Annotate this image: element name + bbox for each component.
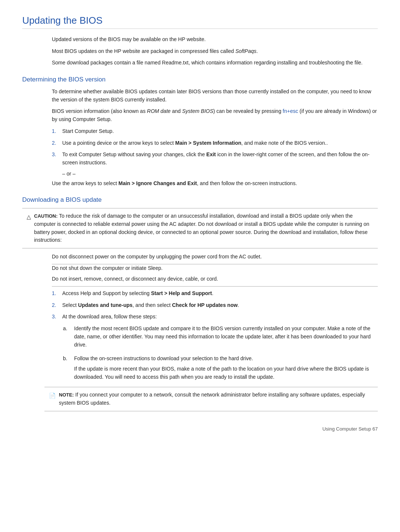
caution-body: To reduce the risk of damage to the comp… [34,213,369,243]
step2-number: 2. [52,139,62,147]
sub-step-b-letter: b. [63,355,74,383]
section2: Downloading a BIOS update △ CAUTION: To … [22,196,378,411]
sub-step-a: a. Identify the most recent BIOS update … [63,325,378,351]
sub-step-a-text: Identify the most recent BIOS update and… [74,325,378,351]
intro-p2-plain: Most BIOS updates on the HP website are … [52,48,235,54]
sub-step-b-text: Follow the on-screen instructions to dow… [74,355,378,383]
s2-step2-number: 2. [52,301,62,310]
note-document-icon: 📄 [49,391,56,400]
s1-p2-italic1: ROM date [147,108,171,114]
s1-p2-italic2: System BIOS [182,108,213,114]
intro-p2: Most BIOS updates on the HP website are … [52,47,378,56]
sub-step-a-letter: a. [63,325,74,351]
caution-label: CAUTION: [34,213,58,219]
do-not-2: Do not shut down the computer or initiat… [52,264,378,275]
section1-step-2: 2. Use a pointing device or the arrow ke… [52,139,378,147]
step1-text: Start Computer Setup. [62,127,114,135]
do-not-list: Do not disconnect power on the computer … [52,253,378,287]
s1-p2-mid: and [171,108,182,114]
step3-bold: Exit [206,151,216,157]
s1-p2: BIOS version information (also known as … [52,107,378,123]
step3-number: 3. [52,151,62,167]
s2-step2-mid: , and then select [133,302,172,308]
step3-prefix: To exit Computer Setup without saving yo… [62,151,206,157]
s1-p1: To determine whether available BIOS upda… [52,88,378,104]
step2-suffix: , and make note of the BIOS version.. [241,140,328,146]
intro-paragraph-2: Most BIOS updates on the HP website are … [52,47,378,56]
step2-bold: Main > System Information [175,140,241,146]
s2-step2-bold2: Check for HP updates now [172,302,237,308]
s1-p2-suffix: ) can be revealed by pressing [213,108,283,114]
page-footer: Using Computer Setup 67 [22,426,378,432]
section2-steps: 1. Access Help and Support by selecting … [52,290,378,321]
or-instruction: Use the arrow keys to select Main > Igno… [52,180,378,188]
section2-step-2: 2. Select Updates and tune-ups, and then… [52,301,378,310]
caution-triangle-icon: △ [27,213,31,221]
s2-step2-bold1: Updates and tune-ups [78,302,133,308]
s2-step1-bold: Start > Help and Support [151,290,212,296]
footer-text: Using Computer Setup 67 [322,426,378,432]
or-instruction-suffix: , and then follow the on-screen instruct… [197,180,297,186]
intro-p1: Updated versions of the BIOS may be avai… [52,36,378,44]
section1-title: Determining the BIOS version [22,76,378,83]
s2-step3-text: At the download area, follow these steps… [62,313,157,321]
section1-steps: 1. Start Computer Setup. 2. Use a pointi… [52,127,378,167]
or-instruction-bold: Main > Ignore Changes and Exit [119,180,197,186]
section1-para1: To determine whether available BIOS upda… [52,88,378,104]
intro-paragraph-1: Updated versions of the BIOS may be avai… [52,36,378,44]
section2-title: Downloading a BIOS update [22,196,378,204]
s1-p2-prefix: BIOS version information (also known as [52,108,147,114]
section1-para2: BIOS version information (also known as … [52,107,378,123]
section2-step-1: 1. Access Help and Support by selecting … [52,290,378,298]
s2-step1-suffix: . [212,290,213,296]
step2-prefix: Use a pointing device or the arrow keys … [62,140,175,146]
intro-paragraph-3: Some download packages contain a file na… [52,59,378,67]
caution-content: CAUTION: To reduce the risk of damage to… [34,212,373,244]
step2-text: Use a pointing device or the arrow keys … [62,139,328,147]
sub-step-b-para1: Follow the on-screen instructions to dow… [74,355,378,363]
s2-step3-number: 3. [52,313,62,321]
section2-step-3: 3. At the download area, follow these st… [52,313,378,321]
s2-step1-prefix: Access Help and Support by selecting [62,290,151,296]
sub-step-b: b. Follow the on-screen instructions to … [63,355,378,383]
sub-step-a-para1: Identify the most recent BIOS update and… [74,325,378,349]
intro-p2-end: . [256,48,258,54]
sub-step-b-para2: If the update is more recent than your B… [74,365,378,381]
s2-step1-text: Access Help and Support by selecting Sta… [62,290,213,298]
s2-step2-prefix: Select [62,302,78,308]
or-instruction-prefix: Use the arrow keys to select [52,180,119,186]
note-label: NOTE: [59,392,74,398]
note-content: NOTE: If you connect your computer to a … [59,391,373,407]
do-not-3: Do not insert, remove, connect, or disco… [52,275,378,287]
caution-box: △ CAUTION: To reduce the risk of damage … [22,208,378,248]
note-box: 📄 NOTE: If you connect your computer to … [44,387,378,411]
or-text: – or – [62,171,76,177]
main-title: Updating the BIOS [22,15,378,29]
or-separator: – or – [62,171,378,177]
note-text: If you connect your computer to a networ… [59,392,365,406]
or-instruction-text: Use the arrow keys to select Main > Igno… [52,180,378,188]
s2-step2-suffix: . [238,302,239,308]
s1-fn-esc-link: fn+esc [283,108,298,114]
intro-p2-italic: SoftPaqs [235,48,256,54]
sub-steps: a. Identify the most recent BIOS update … [63,325,378,383]
section1-step-3: 3. To exit Computer Setup without saving… [52,151,378,167]
do-not-1: Do not disconnect power on the computer … [52,253,378,264]
section1-step-1: 1. Start Computer Setup. [52,127,378,135]
s2-step1-number: 1. [52,290,62,298]
s2-step2-text: Select Updates and tune-ups, and then se… [62,301,239,310]
intro-p3: Some download packages contain a file na… [52,59,378,67]
page-content: Updating the BIOS Updated versions of th… [22,15,378,432]
step1-number: 1. [52,127,62,135]
step3-text: To exit Computer Setup without saving yo… [62,151,378,167]
